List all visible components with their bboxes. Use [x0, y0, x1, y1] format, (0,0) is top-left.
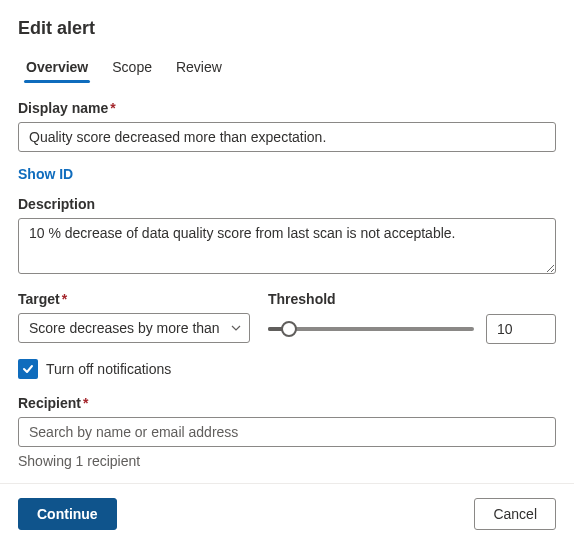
recipient-hint: Showing 1 recipient	[18, 453, 556, 469]
display-name-label: Display name*	[18, 100, 556, 116]
required-marker: *	[110, 100, 115, 116]
threshold-slider[interactable]	[268, 313, 474, 345]
tab-overview[interactable]: Overview	[26, 53, 88, 81]
cancel-button[interactable]: Cancel	[474, 498, 556, 530]
notifications-label: Turn off notifications	[46, 361, 171, 377]
tab-scope[interactable]: Scope	[112, 53, 152, 81]
target-select[interactable]: Score decreases by more than	[18, 313, 250, 343]
threshold-label: Threshold	[268, 291, 556, 307]
footer: Continue Cancel	[0, 483, 574, 544]
show-id-link[interactable]: Show ID	[18, 166, 73, 182]
threshold-input[interactable]	[486, 314, 556, 344]
tab-bar: Overview Scope Review	[18, 53, 556, 82]
continue-button[interactable]: Continue	[18, 498, 117, 530]
required-marker: *	[62, 291, 67, 307]
notifications-checkbox[interactable]	[18, 359, 38, 379]
slider-thumb[interactable]	[281, 321, 297, 337]
description-label: Description	[18, 196, 556, 212]
description-textarea[interactable]: 10 % decrease of data quality score from…	[18, 218, 556, 274]
target-label: Target*	[18, 291, 250, 307]
recipient-label: Recipient*	[18, 395, 556, 411]
label-text: Recipient	[18, 395, 81, 411]
check-icon	[21, 362, 35, 376]
label-text: Target	[18, 291, 60, 307]
tab-review[interactable]: Review	[176, 53, 222, 81]
page-title: Edit alert	[18, 18, 556, 39]
recipient-search-input[interactable]	[18, 417, 556, 447]
required-marker: *	[83, 395, 88, 411]
display-name-input[interactable]	[18, 122, 556, 152]
label-text: Display name	[18, 100, 108, 116]
